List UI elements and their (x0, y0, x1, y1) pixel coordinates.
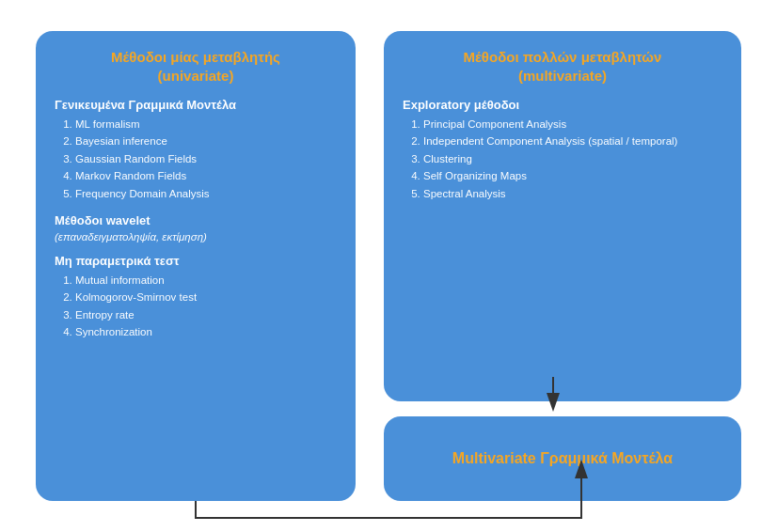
list-item: Clustering (423, 150, 722, 167)
list-item: Synchronization (75, 323, 337, 340)
right-bottom-box: Multivariate Γραμμικά Μοντέλα (384, 416, 741, 501)
section1-title: Γενικευμένα Γραμμικά Μοντέλα (55, 98, 337, 112)
list-item: Kolmogorov-Smirnov test (75, 289, 337, 305)
list-item: Principal Component Analysis (423, 116, 722, 133)
section1-list: ML formalism Bayesian inference Gaussian… (55, 116, 337, 202)
list-item: Spectral Analysis (423, 185, 722, 202)
right-section1-title: Exploratory μέθοδοι (403, 98, 722, 112)
list-item: Gaussian Random Fields (75, 150, 337, 167)
section2-title: Μέθοδοι wavelet (55, 213, 337, 227)
list-item: Bayesian inference (75, 133, 337, 149)
section3-list: Mutual information Kolmogorov-Smirnov te… (55, 272, 337, 341)
list-item: Frequency Domain Analysis (75, 185, 337, 202)
list-item: Entropy rate (75, 306, 337, 323)
list-item: Mutual information (75, 272, 337, 289)
left-box: Μέθοδοι μίας μεταβλητής (univariate) Γεν… (36, 31, 356, 501)
right-top-box: Μέθοδοι πολλών μεταβλητών (multivariate)… (384, 31, 741, 401)
right-column: Μέθοδοι πολλών μεταβλητών (multivariate)… (384, 31, 741, 501)
section2-subtitle: (επαναδειγματοληψία, εκτίμηση) (55, 231, 337, 243)
right-top-title: Μέθοδοι πολλών μεταβλητών (multivariate) (403, 48, 722, 85)
right-bottom-title: Multivariate Γραμμικά Μοντέλα (452, 450, 673, 467)
list-item: Markov Random Fields (75, 167, 337, 184)
left-box-title: Μέθοδοι μίας μεταβλητής (univariate) (55, 48, 337, 85)
right-section1-list: Principal Component Analysis Independent… (403, 116, 722, 202)
section3-title: Μη παραμετρικά τεστ (55, 254, 337, 268)
list-item: ML formalism (75, 116, 337, 133)
list-item: Independent Component Analysis (spatial … (423, 133, 722, 149)
diagram-container: Μέθοδοι μίας μεταβλητής (univariate) Γεν… (17, 12, 760, 520)
list-item: Self Organizing Maps (423, 167, 722, 184)
